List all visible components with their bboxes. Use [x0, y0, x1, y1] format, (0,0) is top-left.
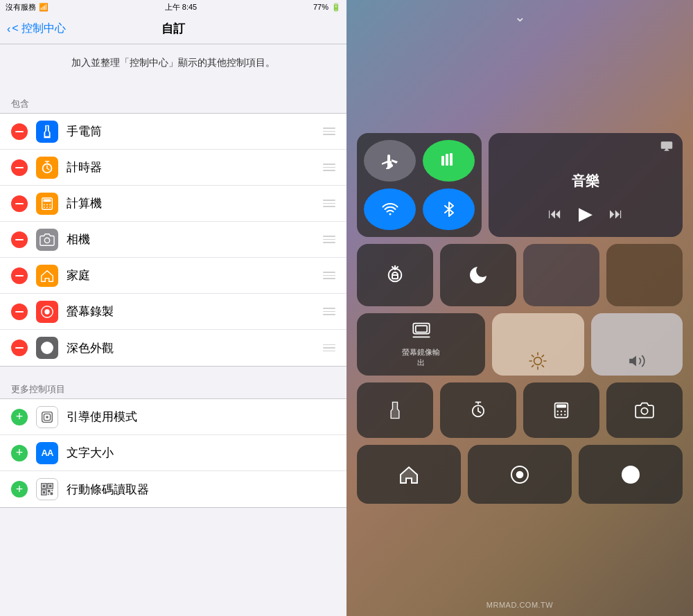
carrier-text: 沒有服務: [6, 2, 36, 12]
cc-grid: 音樂 ⏮ ▶ ⏭: [357, 133, 683, 504]
list-item: 手電筒: [0, 114, 346, 150]
svg-point-11: [44, 309, 49, 314]
drag-handle[interactable]: [323, 236, 335, 243]
back-label[interactable]: < 控制中心: [12, 21, 66, 36]
brightness-icon: [529, 352, 547, 370]
svg-point-3: [44, 204, 45, 205]
svg-line-38: [532, 365, 534, 367]
svg-point-44: [557, 411, 559, 412]
drag-handle[interactable]: [323, 344, 335, 352]
airplane-mode-button[interactable]: [364, 140, 416, 182]
guided-access-icon: [36, 406, 58, 428]
time-text: 上午 8:45: [165, 2, 197, 12]
play-button[interactable]: ▶: [579, 203, 593, 225]
drag-handle[interactable]: [323, 164, 335, 171]
left-panel: 沒有服務 📶 上午 8:45 77% 🔋 ‹ < 控制中心 自訂 加入並整理「控…: [0, 0, 346, 616]
svg-line-34: [532, 355, 534, 357]
text-size-label: 文字大小: [67, 445, 335, 461]
fast-forward-button[interactable]: ⏭: [609, 206, 623, 222]
svg-marker-40: [629, 355, 636, 366]
remove-camera-button[interactable]: [11, 231, 28, 248]
add-qrcode-button[interactable]: [11, 481, 28, 498]
svg-rect-21: [43, 491, 46, 494]
svg-point-6: [44, 206, 45, 208]
drag-handle[interactable]: [323, 272, 335, 279]
drag-handle[interactable]: [323, 308, 335, 315]
bluetooth-button[interactable]: [423, 188, 475, 230]
darkmode-icon: [36, 337, 58, 359]
music-controls: ⏮ ▶ ⏭: [498, 203, 673, 230]
svg-point-46: [564, 411, 565, 412]
cc-screen-record-button[interactable]: [468, 445, 572, 504]
remove-darkmode-button[interactable]: [11, 340, 28, 356]
camera-icon: [36, 229, 58, 251]
guided-access-label: 引導使用模式: [67, 409, 335, 425]
cc-color-invert-button[interactable]: [579, 445, 683, 504]
more-section-header: 更多控制項目: [0, 378, 346, 398]
svg-point-49: [564, 414, 565, 415]
calculator-label: 計算機: [67, 195, 323, 211]
rotation-lock-button[interactable]: [357, 244, 433, 306]
cc-row-5: [357, 445, 683, 504]
svg-point-52: [516, 470, 524, 478]
remove-screenrecord-button[interactable]: [11, 303, 28, 320]
calculator-icon: [36, 193, 58, 215]
volume-icon: [628, 352, 646, 370]
list-item: AA 文字大小: [0, 435, 346, 471]
flashlight-label: 手電筒: [67, 123, 323, 139]
remove-flashlight-button[interactable]: [11, 123, 28, 140]
list-item: 相機: [0, 222, 346, 258]
cc-row-1: 音樂 ⏮ ▶ ⏭: [357, 133, 683, 237]
airplay-icon[interactable]: [660, 140, 673, 152]
svg-rect-25: [51, 493, 53, 495]
more-items-list: 引導使用模式 AA 文字大小 行動條碼讀取器: [0, 398, 346, 508]
darkmode-label: 深色外觀: [67, 340, 323, 356]
screen-mirror-label: 螢幕鏡像輸出: [402, 347, 440, 368]
add-guided-access-button[interactable]: [11, 409, 28, 425]
svg-rect-23: [51, 490, 53, 491]
screenrecord-label: 螢幕錄製: [67, 303, 323, 319]
right-panel: ⌄: [346, 0, 693, 616]
status-bar-left: 沒有服務 📶: [6, 2, 49, 12]
svg-rect-28: [392, 275, 398, 279]
svg-point-26: [389, 213, 391, 215]
back-button[interactable]: ‹ < 控制中心: [7, 21, 66, 36]
wifi-button[interactable]: [364, 188, 416, 230]
svg-point-45: [561, 411, 562, 412]
cc-timer-button[interactable]: [440, 382, 516, 438]
nav-title: 自訂: [161, 21, 185, 37]
timer-label: 計時器: [67, 159, 323, 175]
flashlight-icon: [36, 121, 58, 143]
qrcode-icon: [36, 478, 58, 500]
chevron-down-icon[interactable]: ⌄: [514, 8, 526, 25]
cc-camera-button[interactable]: [606, 382, 683, 438]
connectivity-tile: [357, 133, 482, 237]
cc-empty-tile-1: [523, 244, 599, 306]
camera-label: 相機: [67, 231, 323, 247]
remove-home-button[interactable]: [11, 267, 28, 284]
do-not-disturb-button[interactable]: [440, 244, 516, 306]
cc-calculator-button[interactable]: [523, 382, 599, 438]
cc-row-3: 螢幕鏡像輸出: [357, 313, 683, 376]
cc-row-2: [357, 244, 683, 306]
cellular-button[interactable]: [423, 140, 475, 182]
svg-rect-19: [49, 485, 52, 488]
list-item: 計算機: [0, 186, 346, 222]
drag-handle[interactable]: [323, 200, 335, 207]
list-item: 引導使用模式: [0, 399, 346, 435]
remove-calculator-button[interactable]: [11, 195, 28, 212]
brightness-slider[interactable]: [492, 313, 584, 376]
cc-flashlight-button[interactable]: [357, 382, 433, 438]
svg-point-8: [49, 206, 51, 208]
volume-slider[interactable]: [591, 313, 683, 376]
screen-mirror-button[interactable]: 螢幕鏡像輸出: [357, 313, 485, 376]
text-size-icon: AA: [36, 442, 58, 464]
cc-home-button[interactable]: [357, 445, 461, 504]
control-center: ⌄: [346, 0, 693, 616]
remove-timer-button[interactable]: [11, 159, 28, 176]
drag-handle[interactable]: [323, 127, 335, 135]
add-text-size-button[interactable]: [11, 445, 28, 461]
screen-mirror-icon: [412, 321, 431, 344]
rewind-button[interactable]: ⏮: [548, 206, 562, 222]
qrcode-label: 行動條碼讀取器: [67, 482, 335, 498]
